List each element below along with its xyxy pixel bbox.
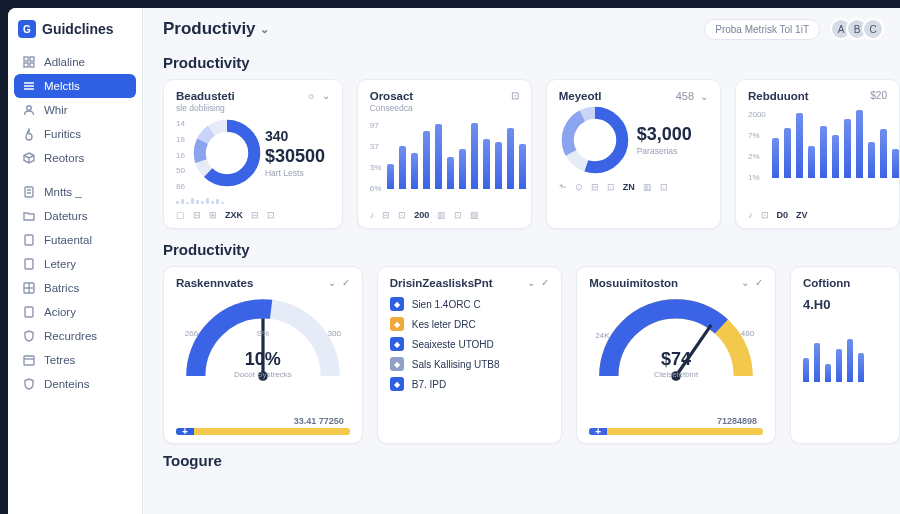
sidebar-item-denteins[interactable]: Denteins — [14, 372, 136, 396]
svg-rect-0 — [24, 57, 28, 61]
card-value: $3,000 — [637, 124, 692, 145]
card-title: Mosuuimitoston — [589, 277, 678, 289]
plus-icon[interactable]: + — [176, 428, 194, 435]
card-footer: ⬑⊙⊟⊡ ZN ▥⊡ — [559, 182, 708, 192]
card-beadustict[interactable]: Beadusteti sle dobliising ☼ ⌄ 14 18 16 — [163, 79, 343, 229]
bullet-icon: ◆ — [390, 357, 404, 371]
mini-bar-chart — [176, 197, 330, 204]
svg-point-7 — [27, 106, 32, 111]
card-badge: 340 — [265, 128, 325, 144]
sidebar-item-whir[interactable]: Whir — [14, 98, 136, 122]
shield-icon — [22, 329, 36, 343]
card-footer: ♪⊟⊡ 200 ▥⊡▧ — [370, 210, 519, 220]
sidebar-item-reotors[interactable]: Reotors — [14, 146, 136, 170]
main: Productiviy ⌄ Proba Metrisk Tol 1iT A B … — [143, 8, 900, 514]
list-item[interactable]: ◆Seaixeste UTOHD — [390, 337, 550, 351]
sidebar-item-label: Furitics — [44, 128, 81, 140]
sidebar-item-aciory[interactable]: Aciory — [14, 300, 136, 324]
card-mosuu[interactable]: Mosuuimitoston ⌄✓ 24K 480 — [576, 266, 776, 444]
list-icon — [22, 79, 36, 93]
sidebar-item-batrics[interactable]: Batrics — [14, 276, 136, 300]
sidebar-item-mntts[interactable]: Mntts _ — [14, 180, 136, 204]
sidebar-item-label: Aciory — [44, 306, 76, 318]
sidebar-item-melctls[interactable]: Melctls — [14, 74, 136, 98]
card-coftionn[interactable]: Coftionn 4.H0 — [790, 266, 900, 444]
card-orosact[interactable]: Orosact Conseedca ⊡ 97 37 3% 6% — [357, 79, 532, 229]
chevron-down-icon[interactable]: ⌄ — [527, 277, 535, 288]
card-footer: ▢⊟⊞ ZXK ⊟⊡ — [176, 210, 330, 220]
user-icon — [22, 103, 36, 117]
brand[interactable]: G Guidclines — [14, 18, 136, 48]
bar-chart — [803, 322, 887, 382]
avatar-stack[interactable]: A B C — [830, 18, 884, 40]
gauge-chart: 266 S% 300 10% Docot Systrecks — [183, 295, 343, 385]
sidebar-item-tetres[interactable]: Tetres — [14, 348, 136, 372]
card-value: 4.H0 — [803, 297, 887, 312]
card-badge: $20 — [870, 90, 887, 101]
check-icon: ✓ — [342, 277, 350, 288]
chevron-down-icon[interactable]: ⌄ — [322, 90, 330, 101]
avatar[interactable]: C — [862, 18, 884, 40]
card-badge: 458 — [676, 90, 694, 102]
sidebar-item-label: Reotors — [44, 152, 84, 164]
progress-strip: + 71284898 — [589, 428, 763, 435]
card-value: $30500 — [265, 146, 325, 167]
list-item[interactable]: ◆Kes leter DRC — [390, 317, 550, 331]
card-raskennvates[interactable]: Raskennvates ⌄✓ 266 S% 300 — [163, 266, 363, 444]
donut-chart — [559, 104, 631, 176]
card-title: Orosact — [370, 90, 413, 102]
sidebar-item-dateturs[interactable]: Dateturs — [14, 204, 136, 228]
list-item[interactable]: ◆Sals Kallising UTB8 — [390, 357, 550, 371]
svg-rect-8 — [25, 187, 33, 197]
sidebar-item-label: Letery — [44, 258, 76, 270]
list-item[interactable]: ◆B7. IPD — [390, 377, 550, 391]
folder-icon — [22, 209, 36, 223]
chevron-down-icon: ⌄ — [260, 23, 269, 36]
sidebar-item-furitics[interactable]: Furitics — [14, 122, 136, 146]
svg-rect-16 — [25, 307, 33, 317]
doc-icon — [22, 185, 36, 199]
list-item[interactable]: ◆Sien 1.4ORC C — [390, 297, 550, 311]
bar-chart — [387, 117, 526, 189]
chevron-down-icon[interactable]: ⌄ — [328, 277, 336, 288]
bullet-icon: ◆ — [390, 377, 404, 391]
list-item-label: Sien 1.4ORC C — [412, 299, 481, 310]
check-icon: ✓ — [541, 277, 549, 288]
page-icon — [22, 257, 36, 271]
plus-icon[interactable]: + — [589, 428, 607, 435]
card-meyeotl[interactable]: Meyeotl 458 ⌄ — [546, 79, 721, 229]
sidebar-item-futaental[interactable]: Futaental — [14, 228, 136, 252]
donut-chart — [191, 117, 263, 189]
grid2-icon — [22, 281, 36, 295]
flame-icon — [22, 127, 36, 141]
more-icon[interactable]: ⊡ — [511, 90, 519, 101]
page-title: Productiviy — [163, 19, 256, 39]
card-title: Raskennvates — [176, 277, 253, 289]
page-title-dropdown[interactable]: Productiviy ⌄ — [163, 19, 269, 39]
sidebar: G Guidclines AdlalineMelctlsWhirFuritics… — [8, 8, 143, 514]
progress-strip: + 33.41 77250 — [176, 428, 350, 435]
sidebar-item-recurdres[interactable]: Recurdres — [14, 324, 136, 348]
card-rebduuont[interactable]: Rebduuont $20 2000 7% 2% 1% ♪⊡ — [735, 79, 900, 229]
chevron-down-icon[interactable]: ⌄ — [700, 91, 708, 102]
sidebar-item-adlaline[interactable]: Adlaline — [14, 50, 136, 74]
strip-value: 71284898 — [717, 416, 757, 426]
card-footer: ♪⊡ D0 ZV — [748, 210, 887, 220]
card-subtitle: Conseedca — [370, 103, 413, 113]
sidebar-item-label: Batrics — [44, 282, 79, 294]
card-title: Meyeotl — [559, 90, 602, 102]
strip-value: 33.41 77250 — [294, 416, 344, 426]
sidebar-item-letery[interactable]: Letery — [14, 252, 136, 276]
card-drisin[interactable]: DrisinZeaslisksPnt ⌄✓ ◆Sien 1.4ORC C◆Kes… — [377, 266, 563, 444]
page-icon — [22, 305, 36, 319]
card-title: Beadusteti — [176, 90, 235, 102]
cal-icon — [22, 353, 36, 367]
chevron-down-icon[interactable]: ⌄ — [741, 277, 749, 288]
card-title: Coftionn — [803, 277, 850, 289]
card-value-sub: Paraserias — [637, 146, 692, 156]
sidebar-item-label: Denteins — [44, 378, 89, 390]
card-title: Rebduuont — [748, 90, 809, 102]
sidebar-item-label: Futaental — [44, 234, 92, 246]
context-chip[interactable]: Proba Metrisk Tol 1iT — [704, 19, 820, 40]
svg-rect-2 — [24, 63, 28, 67]
